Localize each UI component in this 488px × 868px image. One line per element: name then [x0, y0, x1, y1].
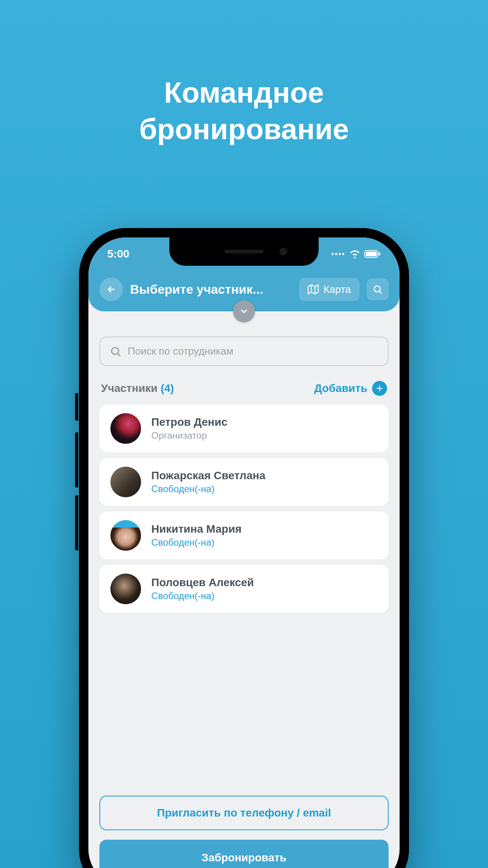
- back-button[interactable]: [99, 278, 123, 301]
- participant-role: Организатор: [151, 430, 227, 441]
- svg-rect-1: [366, 252, 377, 256]
- section-title: Участники (4): [101, 382, 174, 395]
- phone-frame: 5:00 •••• Выберите участник... Карта: [79, 228, 409, 868]
- participant-info: Никитина Мария Свободен(-на): [151, 523, 242, 548]
- arrow-left-icon: [106, 285, 116, 294]
- front-camera: [279, 248, 287, 256]
- svg-rect-2: [379, 252, 380, 256]
- add-button-label: Добавить: [314, 382, 367, 395]
- map-icon: [308, 284, 319, 295]
- participant-card[interactable]: Петров Денис Организатор: [99, 405, 389, 452]
- map-button-label: Карта: [323, 283, 351, 296]
- search-icon: [110, 346, 121, 357]
- avatar: [110, 413, 141, 444]
- phone-screen: 5:00 •••• Выберите участник... Карта: [88, 237, 400, 868]
- search-icon: [372, 284, 383, 294]
- participant-name: Половцев Алексей: [151, 576, 254, 589]
- svg-line-7: [379, 291, 381, 293]
- speaker-grill: [224, 250, 264, 254]
- invite-button[interactable]: Пригласить по телефону / email: [99, 796, 389, 830]
- header-search-button[interactable]: [367, 278, 389, 300]
- wifi-icon: [349, 250, 360, 258]
- avatar: [110, 467, 141, 497]
- promo-title: Командное бронирование: [0, 75, 488, 147]
- participant-name: Петров Денис: [151, 416, 227, 428]
- search-field[interactable]: [99, 337, 389, 366]
- search-input[interactable]: [128, 345, 378, 357]
- participant-name: Пожарская Светлана: [151, 469, 265, 482]
- plus-icon: +: [372, 381, 387, 396]
- participant-card[interactable]: Пожарская Светлана Свободен(-на): [99, 458, 389, 506]
- participant-name: Никитина Мария: [151, 523, 242, 535]
- phone-notch: [169, 237, 319, 266]
- participants-list: Петров Денис Организатор Пожарская Светл…: [99, 405, 389, 613]
- battery-icon: [364, 250, 381, 258]
- participant-card[interactable]: Никитина Мария Свободен(-на): [99, 511, 389, 559]
- promo-line-2: бронирование: [0, 111, 488, 148]
- avatar: [110, 574, 141, 604]
- participant-status: Свободен(-на): [151, 484, 265, 495]
- chevron-down-icon: [239, 307, 249, 316]
- section-label: Участники: [101, 382, 158, 394]
- avatar: [110, 520, 141, 551]
- section-count: (4): [161, 382, 174, 394]
- promo-line-1: Командное: [0, 75, 488, 111]
- participant-info: Половцев Алексей Свободен(-на): [151, 576, 254, 601]
- svg-line-9: [117, 353, 120, 356]
- book-button[interactable]: Забронировать: [99, 840, 389, 868]
- participant-info: Петров Денис Организатор: [151, 416, 227, 441]
- footer-actions: Пригласить по телефону / email Заброниро…: [88, 785, 400, 868]
- app-header: Выберите участник... Карта: [88, 270, 400, 311]
- status-right: ••••: [331, 250, 381, 259]
- participant-info: Пожарская Светлана Свободен(-на): [151, 469, 265, 495]
- expand-handle[interactable]: [233, 300, 255, 322]
- participant-card[interactable]: Половцев Алексей Свободен(-на): [99, 565, 389, 613]
- status-time: 5:00: [107, 248, 129, 260]
- cellular-icon: ••••: [331, 250, 345, 259]
- content-area: Участники (4) Добавить + Петров Денис Ор…: [88, 311, 400, 624]
- add-participant-button[interactable]: Добавить +: [314, 381, 387, 396]
- participant-status: Свободен(-на): [151, 590, 254, 601]
- svg-marker-3: [308, 285, 319, 294]
- header-title: Выберите участник...: [130, 282, 292, 297]
- participant-status: Свободен(-на): [151, 537, 242, 548]
- map-button[interactable]: Карта: [299, 278, 360, 301]
- participants-section-header: Участники (4) Добавить +: [101, 381, 387, 396]
